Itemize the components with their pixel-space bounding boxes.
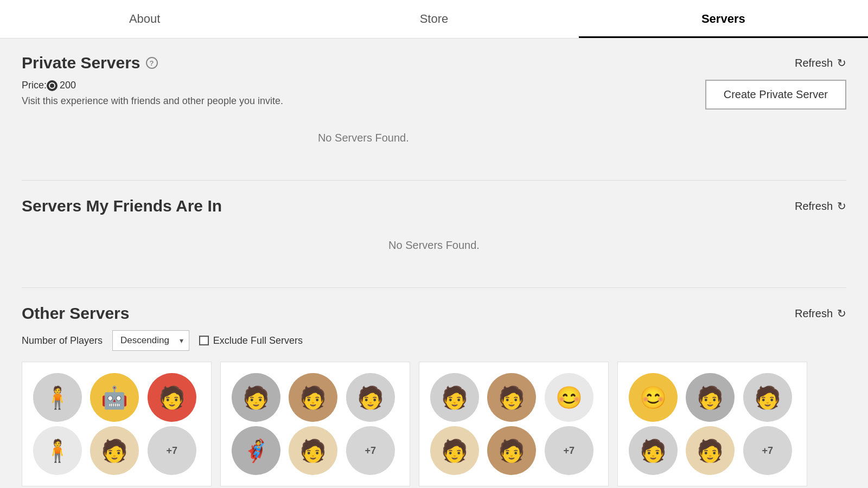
avatar-grid: 🧍 🤖 🧑 🧍 🧑 +7 (33, 373, 200, 475)
avatar: 🧑 (90, 426, 139, 475)
avatar-more: +7 (545, 426, 593, 475)
sort-select-wrapper[interactable]: Descending (112, 330, 189, 351)
avatar: 🧑 (686, 426, 735, 475)
server-cards-container: 🧍 🤖 🧑 🧍 🧑 +7 (22, 362, 846, 486)
tab-about[interactable]: About (0, 0, 289, 38)
private-servers-description: Visit this experience with friends and o… (22, 95, 705, 107)
avatar-grid: 🧑 🧑 🧑 🦸 🧑 +7 (232, 373, 399, 475)
other-servers-section: Other Servers Refresh ↻ Number of Player… (22, 304, 846, 486)
friends-servers-empty-text: No Servers Found. (22, 223, 846, 268)
tab-navigation: About Store Servers (0, 0, 868, 38)
friends-servers-header: Servers My Friends Are In Refresh ↻ (22, 197, 846, 215)
main-content: Private Servers ? Refresh ↻ Price: 200 V… (0, 38, 868, 488)
avatar-grid: 🧑 🧑 😊 🧑 🧑 +7 (430, 373, 597, 475)
avatar: 🧑 (487, 373, 536, 422)
friends-servers-title: Servers My Friends Are In (22, 197, 222, 215)
private-servers-title: Private Servers (22, 54, 141, 72)
exclude-full-servers-checkbox[interactable] (199, 336, 209, 345)
help-icon[interactable]: ? (146, 57, 158, 69)
private-servers-header: Private Servers ? Refresh ↻ (22, 54, 846, 72)
other-servers-title: Other Servers (22, 304, 129, 323)
avatar: 🧑 (487, 426, 536, 475)
private-servers-empty-text: No Servers Found. (22, 115, 705, 160)
other-servers-header: Other Servers Refresh ↻ (22, 304, 846, 323)
other-servers-refresh-label: Refresh (795, 307, 833, 320)
avatar: 🧑 (430, 426, 479, 475)
private-servers-left: Price: 200 Visit this experience with fr… (22, 80, 705, 160)
friends-servers-refresh-icon: ↻ (837, 200, 846, 213)
tab-store[interactable]: Store (289, 0, 578, 38)
sort-selected-label: Descending (120, 335, 169, 346)
price-value: 200 (60, 80, 76, 91)
private-servers-main: Price: 200 Visit this experience with fr… (22, 80, 846, 160)
exclude-full-servers-label[interactable]: Exclude Full Servers (199, 335, 303, 346)
friends-servers-refresh-button[interactable]: Refresh ↻ (795, 200, 846, 213)
avatar-more: +7 (346, 426, 395, 475)
avatar: 🧑 (430, 373, 479, 422)
divider-2 (22, 287, 846, 288)
avatar: 🦸 (232, 426, 280, 475)
avatar: 😊 (629, 373, 678, 422)
private-servers-refresh-icon: ↻ (837, 56, 846, 69)
private-servers-header-right: Refresh ↻ (795, 56, 846, 69)
avatar: 🧑 (743, 373, 792, 422)
avatar-grid: 😊 🧑 🧑 🧑 🧑 +7 (629, 373, 796, 475)
avatar: 🧑 (289, 426, 337, 475)
exclude-full-servers-text: Exclude Full Servers (213, 335, 303, 346)
avatar: 🧑 (148, 373, 196, 422)
friends-servers-section: Servers My Friends Are In Refresh ↻ No S… (22, 197, 846, 268)
avatar: 🧍 (33, 426, 82, 475)
private-servers-title-group: Private Servers ? (22, 54, 158, 72)
avatar: 🧑 (346, 373, 395, 422)
create-private-server-button[interactable]: Create Private Server (705, 80, 846, 110)
other-servers-filters: Number of Players Descending Exclude Ful… (22, 330, 846, 351)
avatar-more: +7 (148, 426, 196, 475)
avatar: 🧑 (629, 426, 678, 475)
private-servers-section: Private Servers ? Refresh ↻ Price: 200 V… (22, 54, 846, 160)
avatar: 🧑 (289, 373, 337, 422)
divider-1 (22, 180, 846, 181)
avatar: 🧍 (33, 373, 82, 422)
tab-servers[interactable]: Servers (579, 0, 868, 38)
price-label: Price: (22, 80, 47, 91)
avatar: 😊 (545, 373, 593, 422)
other-servers-refresh-button[interactable]: Refresh ↻ (795, 307, 846, 320)
server-card: 🧍 🤖 🧑 🧍 🧑 +7 (22, 362, 212, 486)
server-card: 😊 🧑 🧑 🧑 🧑 +7 (617, 362, 807, 486)
server-card: 🧑 🧑 🧑 🦸 🧑 +7 (220, 362, 410, 486)
private-servers-refresh-button[interactable]: Refresh ↻ (795, 56, 846, 69)
filter-label: Number of Players (22, 335, 103, 346)
avatar: 🤖 (90, 373, 139, 422)
avatar-more: +7 (743, 426, 792, 475)
server-card: 🧑 🧑 😊 🧑 🧑 +7 (419, 362, 609, 486)
friends-servers-refresh-label: Refresh (795, 200, 833, 213)
avatar: 🧑 (686, 373, 735, 422)
avatar: 🧑 (232, 373, 280, 422)
other-servers-refresh-icon: ↻ (837, 307, 846, 320)
private-servers-refresh-label: Refresh (795, 57, 833, 69)
price-row: Price: 200 (22, 80, 705, 91)
robux-icon (47, 80, 58, 91)
